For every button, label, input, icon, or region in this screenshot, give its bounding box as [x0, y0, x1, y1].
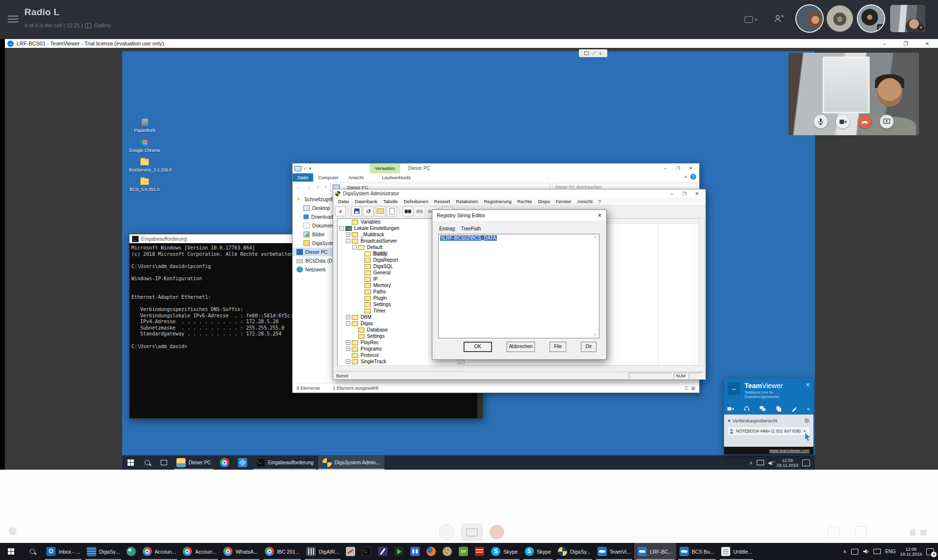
host-taskbar-bcs-bu-[interactable]: BCS Bu...: [676, 543, 718, 560]
host-taskbar-skype[interactable]: Skype: [488, 543, 521, 560]
host-taskbar-teamvi-[interactable]: TeamVi...: [594, 543, 635, 560]
list-vertical-scrollbar[interactable]: [699, 218, 705, 366]
dialog-titlebar[interactable]: Registry String Editor ✕: [432, 210, 606, 221]
help-icon[interactable]: ?: [690, 174, 696, 180]
action-center-icon[interactable]: [802, 459, 810, 466]
mic-button[interactable]: [814, 115, 828, 128]
back-icon[interactable]: ←: [295, 184, 303, 190]
host-taskbar-blue-app[interactable]: [407, 543, 423, 560]
remote-taskbar-eingabeaufforderung[interactable]: Eingabeaufforderung: [252, 456, 318, 470]
host-taskbar-accoun-[interactable]: Accoun...: [139, 543, 180, 560]
layout-picker-button[interactable]: ∨: [745, 15, 761, 24]
faded-control-icon[interactable]: [828, 526, 839, 538]
expand-icon[interactable]: +: [346, 315, 350, 319]
minimize-button[interactable]: –: [874, 41, 895, 46]
action-center-icon[interactable]: 4: [926, 548, 934, 555]
expand-icon[interactable]: +: [346, 359, 350, 364]
explorer-titlebar[interactable]: ✓ ▾ – ❐ ✕: [293, 164, 699, 173]
find-next-button[interactable]: [414, 207, 425, 216]
faded-share-button[interactable]: [461, 523, 483, 541]
file-transfer-icon[interactable]: [776, 406, 781, 412]
expand-icon[interactable]: +: [346, 232, 350, 237]
maximize-button[interactable]: ❐: [678, 189, 691, 198]
faded-mic-button[interactable]: [439, 524, 454, 540]
delete-button[interactable]: ×: [335, 207, 346, 216]
expand-icon[interactable]: +: [346, 340, 350, 345]
desktop-icon-google-chrome[interactable]: Google Chrome: [129, 139, 160, 153]
hidden-icons-chevron[interactable]: ∧: [843, 549, 847, 554]
host-taskbar-lrf-bc-[interactable]: LRF-BC...: [634, 543, 676, 560]
host-taskbar-digasy-[interactable]: DigaSy...: [84, 543, 123, 560]
registry-string-editor-dialog[interactable]: Registry String Editor ✕ Eintrag: TreePa…: [432, 209, 607, 360]
remote-taskbar-digasystem-admin-[interactable]: DigaSystem Admin...: [318, 456, 384, 470]
menu-relationen[interactable]: Relationen: [453, 199, 481, 204]
menu-definitionen[interactable]: Definitionen: [401, 199, 431, 204]
host-taskbar-pen[interactable]: [375, 543, 391, 560]
minimize-button[interactable]: –: [659, 164, 672, 173]
collapse-icon[interactable]: «: [807, 406, 810, 412]
save-button[interactable]: [351, 207, 362, 216]
language-indicator[interactable]: ENG: [885, 549, 896, 554]
desktop-icon-bcs-5-6-351-0[interactable]: BCS_5.6.351.0: [129, 178, 160, 192]
menu-fenster[interactable]: Fenster: [553, 199, 574, 204]
remote-taskbar-dieser-pc[interactable]: Dieser PC: [172, 456, 215, 470]
brush-icon[interactable]: [791, 406, 797, 412]
menu-registrierung[interactable]: Registrierung: [481, 199, 515, 204]
menu-ansicht[interactable]: Ansicht: [575, 199, 596, 204]
menu-icon[interactable]: [8, 16, 19, 22]
faded-control-icon[interactable]: [855, 526, 867, 538]
collapse-icon[interactable]: -: [352, 245, 357, 249]
host-taskbar-skype[interactable]: Skype: [521, 543, 554, 560]
tree-horizontal-scrollbar[interactable]: [337, 365, 463, 371]
thumbnail-view-icon[interactable]: ▦: [691, 386, 695, 391]
video-icon[interactable]: [727, 407, 734, 411]
host-taskbar-cmd[interactable]: [359, 543, 375, 560]
host-taskbar-untitle-[interactable]: Untitle...: [718, 543, 756, 560]
maximize-button[interactable]: ❐: [895, 41, 917, 46]
history-chevron-icon[interactable]: ∨: [315, 185, 321, 189]
selected-value[interactable]: \\LRF-BCS02\BCS_DATA: [440, 235, 497, 241]
ribbon-tab-ansicht[interactable]: Ansicht: [343, 173, 368, 182]
connection-overview-section[interactable]: ▾ Verbindungsübersicht: [724, 415, 813, 425]
collapse-icon[interactable]: -: [346, 321, 350, 326]
battery-icon[interactable]: [851, 549, 858, 555]
hang-up-button[interactable]: [858, 115, 872, 128]
menu-datenbank[interactable]: Datenbank: [352, 199, 380, 204]
menu-help[interactable]: ?: [596, 199, 604, 204]
manage-ribbon-tab[interactable]: Verwalten: [370, 164, 400, 173]
headset-icon[interactable]: [744, 406, 749, 411]
textarea-scrollbar[interactable]: ∧∨: [592, 235, 598, 337]
host-taskbar-accoun-[interactable]: Accoun...: [179, 543, 220, 560]
host-taskbar-browser[interactable]: [423, 543, 439, 560]
forward-icon[interactable]: →: [305, 184, 313, 190]
details-view-icon[interactable]: ☰: [684, 386, 688, 391]
host-taskbar-digair-[interactable]: DigAIR...: [303, 543, 342, 560]
host-taskbar-ibc-201-[interactable]: IBC 201...: [261, 543, 303, 560]
remote-clock[interactable]: 12:09 19.11.2019: [777, 458, 798, 468]
quick-access-check-icon[interactable]: ✓: [303, 166, 307, 171]
ribbon-tab-computer[interactable]: Computer: [313, 173, 343, 182]
dir-button[interactable]: Dir: [581, 342, 597, 352]
file-button[interactable]: File: [550, 342, 566, 352]
task-view-button[interactable]: [155, 456, 172, 470]
search-button[interactable]: [21, 543, 43, 560]
host-taskbar-inbox-[interactable]: Inbox - ...: [43, 543, 84, 560]
remote-taskbar-photos[interactable]: [234, 456, 252, 470]
minimize-button[interactable]: –: [665, 189, 678, 198]
teamviewer-session-toolbar[interactable]: ⤢ ∨: [579, 49, 607, 57]
participant-video-3[interactable]: [858, 5, 884, 32]
ribbon-right-controls[interactable]: ∧ ?: [684, 174, 696, 180]
participant-video-1[interactable]: [796, 5, 823, 32]
ribbon-tab-laufwerktools[interactable]: Laufwerktools: [377, 173, 416, 182]
new-page-button[interactable]: [386, 207, 397, 216]
speaker-muted-icon[interactable]: ◀): [768, 460, 773, 465]
maximize-button[interactable]: ❐: [672, 164, 684, 173]
gallery-label[interactable]: Gallery: [94, 22, 111, 28]
menu-datei[interactable]: Datei: [335, 199, 352, 204]
host-clock[interactable]: 12:09 19.11.2019: [900, 547, 922, 557]
host-taskbar-red-tool[interactable]: [342, 543, 359, 560]
collapse-icon[interactable]: -: [346, 239, 350, 243]
host-taskbar-play[interactable]: [391, 543, 407, 560]
teamviewer-titlebar[interactable]: ↔ LRF-BCS01 - TeamViewer - Trial license…: [5, 39, 938, 48]
display-icon[interactable]: [874, 549, 881, 554]
